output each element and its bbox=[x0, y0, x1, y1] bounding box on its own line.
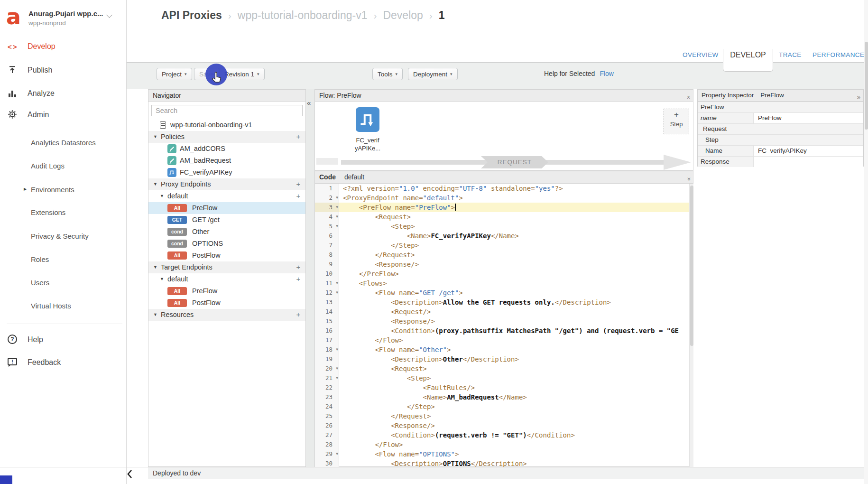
fold-arrow-icon[interactable]: ▼ bbox=[336, 288, 338, 298]
add-step-button[interactable]: + Step bbox=[664, 109, 689, 134]
tree-section-resources[interactable]: ▼Resources+ bbox=[148, 309, 305, 321]
code-indent bbox=[343, 393, 423, 401]
code-editor[interactable]: <?xml version="1.0" encoding="UTF-8" sta… bbox=[339, 184, 689, 467]
add-icon[interactable]: + bbox=[295, 180, 302, 188]
sidebar-item-users[interactable]: Users bbox=[0, 279, 127, 289]
search-input[interactable] bbox=[151, 105, 303, 116]
page-scrollbar[interactable] bbox=[864, 0, 868, 484]
line-number: 15 bbox=[315, 316, 339, 326]
tab-develop[interactable]: DEVELOP bbox=[723, 49, 773, 72]
tree-item-postflow[interactable]: AllPostFlow bbox=[148, 297, 305, 309]
fold-arrow-icon[interactable]: ▼ bbox=[336, 222, 338, 231]
fold-arrow-icon[interactable]: ▼ bbox=[336, 373, 338, 383]
code-token-tag: <Description> bbox=[391, 355, 443, 363]
code-token-tag: > bbox=[447, 346, 451, 354]
tree-item-options[interactable]: condOPTIONS bbox=[148, 238, 305, 250]
line-number: 6 bbox=[315, 231, 339, 241]
line-number: 18▼ bbox=[315, 345, 339, 354]
fold-arrow-icon[interactable]: ▼ bbox=[336, 193, 338, 203]
fold-arrow-icon[interactable]: ▼ bbox=[336, 279, 338, 288]
add-icon[interactable]: + bbox=[295, 132, 302, 140]
property-value[interactable]: PreFlow bbox=[754, 113, 863, 123]
sidebar-item-admin[interactable]: Admin bbox=[0, 110, 127, 122]
tree-item-postflow[interactable]: AllPostFlow bbox=[148, 250, 305, 261]
feedback-icon: ! bbox=[8, 358, 17, 365]
code-scrollbar-thumb[interactable] bbox=[690, 186, 693, 346]
code-indent bbox=[343, 384, 423, 391]
deployment-menu-button[interactable]: Deployment▾ bbox=[408, 68, 458, 80]
add-icon[interactable]: + bbox=[295, 310, 302, 318]
flow-step-node-fc-verifyapikey[interactable] bbox=[356, 107, 379, 132]
sidebar-item-analyze[interactable]: Analyze bbox=[0, 88, 127, 101]
sidebar-item-audit-logs[interactable]: Audit Logs bbox=[0, 162, 127, 172]
code-indent bbox=[343, 279, 359, 287]
sidebar-item-extensions[interactable]: Extensions bbox=[0, 208, 127, 219]
tree-item-other[interactable]: condOther bbox=[148, 226, 305, 238]
sidebar-item-roles[interactable]: Roles bbox=[0, 255, 127, 266]
tree-section-policies[interactable]: ▼Policies+ bbox=[148, 131, 305, 143]
property-value[interactable] bbox=[754, 157, 863, 167]
flow-help-link[interactable]: Flow bbox=[600, 70, 614, 77]
sidebar-item-publish[interactable]: Publish bbox=[0, 65, 127, 77]
flow-panel-header: Flow: PreFlow « bbox=[315, 90, 693, 102]
breadcrumb-item[interactable]: Develop bbox=[383, 9, 423, 22]
fold-arrow-icon[interactable]: ▼ bbox=[336, 212, 338, 222]
tree-section-label: Target Endpoints bbox=[161, 263, 212, 271]
sidebar-item-virtual-hosts[interactable]: Virtual Hosts bbox=[0, 302, 127, 312]
add-icon[interactable]: + bbox=[295, 275, 302, 283]
property-value[interactable]: FC_verifyAPIKey bbox=[754, 146, 863, 156]
add-icon[interactable]: + bbox=[295, 263, 302, 271]
apigee-logo-icon[interactable]: a bbox=[6, 4, 21, 29]
fold-arrow-icon[interactable]: ▼ bbox=[336, 345, 338, 354]
property-key: Name bbox=[698, 146, 754, 156]
tree-section-target-endpoints[interactable]: ▼Target Endpoints+ bbox=[148, 261, 305, 273]
sidebar-item-develop[interactable]: <>Develop bbox=[0, 41, 127, 54]
code-token-str: "GET /get" bbox=[419, 289, 459, 297]
collapse-sidebar-icon[interactable] bbox=[126, 469, 133, 481]
sidebar-item-privacy-security[interactable]: Privacy & Security bbox=[0, 232, 127, 242]
collapse-navigator-icon[interactable]: « bbox=[307, 99, 311, 107]
line-number: 26 bbox=[315, 421, 339, 430]
add-icon[interactable]: + bbox=[295, 192, 302, 200]
tree-item-am-addcors[interactable]: AM_addCORS bbox=[148, 143, 305, 155]
code-indent bbox=[343, 251, 375, 259]
sidebar-item-analytics-datastores[interactable]: Analytics Datastores bbox=[0, 139, 127, 149]
tree-item-preflow[interactable]: AllPreFlow bbox=[148, 285, 305, 297]
caret-down-icon: ▾ bbox=[450, 72, 452, 76]
statusbar-left-border bbox=[0, 467, 148, 467]
chevron-down-icon[interactable] bbox=[106, 12, 112, 18]
tree-section-default[interactable]: ▼default+ bbox=[148, 273, 305, 285]
tree-section-default[interactable]: ▼default+ bbox=[148, 190, 305, 202]
sidebar-item-label: Virtual Hosts bbox=[31, 302, 71, 310]
tree-item-label: AM_badRequest bbox=[180, 157, 231, 164]
tab-overview[interactable]: OVERVIEW bbox=[683, 51, 719, 58]
code-line: </Flow> bbox=[339, 335, 689, 345]
account-name[interactable]: Anurag.Pujari wpp.c... bbox=[28, 9, 103, 18]
page-scrollbar-thumb[interactable] bbox=[865, 42, 868, 130]
code-scrollbar[interactable] bbox=[689, 184, 693, 467]
tree-section-proxy-endpoints[interactable]: ▼Proxy Endpoints+ bbox=[148, 178, 305, 190]
code-token-tag: </Description> bbox=[471, 460, 527, 467]
collapse-panel-icon[interactable]: « bbox=[687, 92, 690, 103]
tab-trace[interactable]: TRACE bbox=[779, 51, 802, 58]
breadcrumb-item[interactable]: API Proxies bbox=[161, 9, 222, 22]
fold-arrow-icon[interactable]: ▼ bbox=[336, 203, 338, 212]
breadcrumb-item[interactable]: wpp-tutorial-onboarding-v1 bbox=[238, 9, 368, 22]
fold-arrow-icon[interactable]: ▼ bbox=[336, 364, 338, 373]
code-line: <Flow name="GET /get"> bbox=[339, 288, 689, 298]
fold-arrow-icon[interactable]: ▼ bbox=[336, 449, 338, 459]
tree-item-am-badrequest[interactable]: AM_badRequest bbox=[148, 155, 305, 167]
sidebar-item-environments[interactable]: ▶Environments bbox=[0, 186, 127, 196]
code-token-tag: <Response/> bbox=[391, 317, 435, 325]
tree-item-preflow[interactable]: AllPreFlow bbox=[148, 202, 305, 214]
navigator-header: Navigator bbox=[148, 90, 305, 102]
tree-item-wpp-tutorial-onboarding-v1[interactable]: wpp-tutorial-onboarding-v1 bbox=[148, 119, 305, 131]
sidebar-item-feedback[interactable]: !Feedback bbox=[0, 357, 127, 370]
project-menu-button[interactable]: Project▾ bbox=[157, 68, 192, 80]
tree-item-fc-verifyapikey[interactable]: FC_verifyAPIKey bbox=[148, 167, 305, 178]
tools-menu-button[interactable]: Tools▾ bbox=[372, 68, 403, 80]
sidebar-item-help[interactable]: ?Help bbox=[0, 335, 127, 347]
breadcrumb-separator-icon: › bbox=[429, 10, 433, 21]
tab-performance[interactable]: PERFORMANCE bbox=[813, 51, 864, 58]
tree-item-get-get[interactable]: GETGET /get bbox=[148, 214, 305, 226]
